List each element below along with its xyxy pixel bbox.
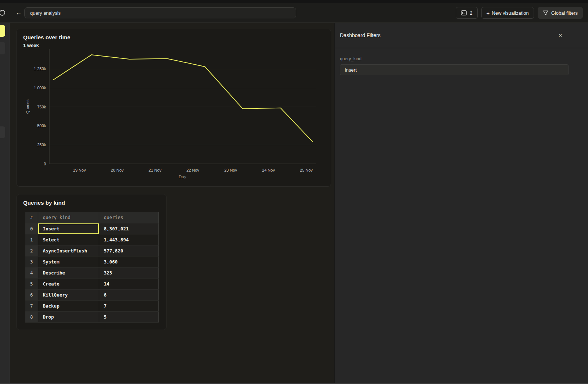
- table-row: 1Select1,443,894: [25, 234, 158, 245]
- table-row: 4Describe323: [25, 267, 158, 278]
- queries-by-kind-card: Queries by kind #query_kindqueries 0Inse…: [17, 194, 166, 330]
- back-button[interactable]: ←: [14, 8, 24, 18]
- console-tabs-button[interactable]: 2: [456, 7, 477, 19]
- app-window: ← 2 + New visualization Global: [0, 0, 588, 384]
- query-kind-cell[interactable]: Describe: [38, 267, 99, 278]
- chart-title: Queries over time: [23, 34, 70, 40]
- queries-count-cell[interactable]: 14: [99, 278, 158, 289]
- table-column-header[interactable]: queries: [99, 212, 158, 223]
- close-icon[interactable]: ✕: [556, 31, 564, 39]
- query-kind-cell[interactable]: Backup: [38, 300, 99, 311]
- sidebar-strip: [0, 23, 10, 383]
- console-tabs-count: 2: [470, 10, 472, 16]
- x-tick-label: 20 Nov: [111, 168, 123, 172]
- query-kind-cell[interactable]: Create: [38, 278, 99, 289]
- plus-icon: +: [487, 10, 490, 16]
- x-tick-label: 25 Nov: [300, 168, 313, 172]
- table-header-row: #query_kindqueries: [25, 212, 158, 223]
- sidebar-item-active[interactable]: [0, 25, 5, 37]
- table-row: 6KillQuery8: [25, 289, 158, 300]
- queries-count-cell[interactable]: 3,060: [99, 256, 158, 267]
- queries-count-cell[interactable]: 1,443,894: [99, 234, 158, 245]
- queries-over-time-card: 0250k500k750k1 000k1 250k19 Nov20 Nov21 …: [17, 29, 331, 187]
- x-tick-label: 19 Nov: [73, 168, 86, 172]
- query-kind-cell[interactable]: Drop: [38, 311, 99, 322]
- row-index-cell: 5: [25, 278, 38, 289]
- table-row: 7Backup7: [25, 300, 158, 311]
- queries-count-cell[interactable]: 577,820: [99, 245, 158, 256]
- x-tick-label: 21 Nov: [148, 168, 161, 172]
- x-tick-label: 22 Nov: [186, 168, 199, 172]
- chart-subtitle: 1 week: [23, 43, 39, 48]
- y-tick-label: 500k: [37, 123, 46, 128]
- funnel-icon: [543, 10, 548, 15]
- y-tick-label: 1 000k: [34, 86, 46, 90]
- row-index-cell: 7: [25, 300, 38, 311]
- queries-count-cell[interactable]: 323: [99, 267, 158, 278]
- series-line-queries: [54, 55, 313, 142]
- window-top-edge: [0, 0, 588, 3]
- table-row: 5Create14: [25, 278, 158, 289]
- queries-count-cell[interactable]: 8,307,021: [99, 223, 158, 234]
- table-title: Queries by kind: [23, 200, 65, 206]
- query-kind-cell[interactable]: Select: [38, 234, 99, 245]
- query-kind-cell[interactable]: KillQuery: [38, 289, 99, 300]
- row-index-cell: 4: [25, 267, 38, 278]
- console-icon: [461, 10, 467, 15]
- queries-over-time-chart[interactable]: 0250k500k750k1 000k1 250k19 Nov20 Nov21 …: [17, 29, 331, 186]
- sidebar-item-2[interactable]: [0, 42, 5, 54]
- queries-count-cell[interactable]: 8: [99, 289, 158, 300]
- row-index-cell: 2: [25, 245, 38, 256]
- queries-count-cell[interactable]: 7: [99, 300, 158, 311]
- y-tick-label: 750k: [37, 105, 46, 109]
- filters-panel-title: Dashboard Filters: [340, 32, 556, 38]
- y-tick-label: 1 250k: [34, 67, 46, 71]
- sidebar-item-3[interactable]: [0, 126, 5, 138]
- x-axis-title: Day: [179, 175, 186, 179]
- table-row: 2AsyncInsertFlush577,820: [25, 245, 158, 256]
- table-column-header[interactable]: #: [25, 212, 38, 223]
- filters-panel-header: Dashboard Filters ✕: [335, 23, 588, 48]
- new-visualization-label: New visualization: [492, 10, 528, 16]
- dashboard-title-input[interactable]: [24, 7, 296, 18]
- row-index-cell: 6: [25, 289, 38, 300]
- table-row: 0Insert8,307,021: [25, 223, 158, 234]
- global-filters-button[interactable]: Global filters: [538, 7, 583, 19]
- table-row: 3System3,060: [25, 256, 158, 267]
- row-index-cell: 1: [25, 234, 38, 245]
- dashboard-canvas: 0250k500k750k1 000k1 250k19 Nov20 Nov21 …: [10, 23, 334, 383]
- query-kind-filter-input[interactable]: [340, 64, 569, 75]
- query-kind-filter-label: query_kind: [340, 56, 588, 61]
- dashboard-filters-panel: Dashboard Filters ✕ query_kind: [334, 23, 588, 383]
- y-tick-label: 250k: [37, 143, 46, 147]
- history-icon[interactable]: [0, 8, 7, 17]
- new-visualization-button[interactable]: + New visualization: [481, 7, 534, 19]
- query-kind-cell[interactable]: AsyncInsertFlush: [38, 245, 99, 256]
- topbar: ← 2 + New visualization Global: [0, 3, 588, 23]
- query-kind-cell[interactable]: System: [38, 256, 99, 267]
- row-index-cell: 8: [25, 311, 38, 322]
- row-index-cell: 3: [25, 256, 38, 267]
- x-tick-label: 24 Nov: [262, 168, 275, 172]
- row-index-cell: 0: [25, 223, 38, 234]
- query-kind-cell[interactable]: Insert: [38, 223, 99, 234]
- global-filters-label: Global filters: [551, 10, 578, 16]
- table-column-header[interactable]: query_kind: [38, 212, 99, 223]
- y-tick-label: 0: [44, 162, 46, 166]
- y-axis-title: Queries: [25, 99, 30, 114]
- table-row: 8Drop5: [25, 311, 158, 322]
- queries-count-cell[interactable]: 5: [99, 311, 158, 322]
- queries-by-kind-table: #query_kindqueries 0Insert8,307,0211Sele…: [25, 212, 159, 323]
- x-tick-label: 23 Nov: [224, 168, 237, 172]
